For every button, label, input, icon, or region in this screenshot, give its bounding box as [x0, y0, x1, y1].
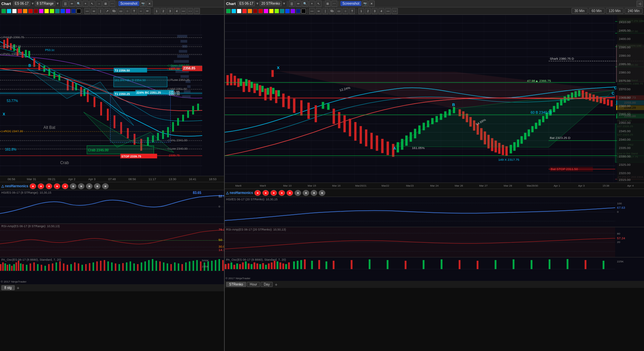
right-tab-strenk[interactable]: STRenko	[226, 282, 246, 287]
right-collapse-btn[interactable]: ◁	[637, 1, 643, 7]
tf-30min[interactable]: 30 Min	[572, 8, 588, 14]
color-yellow[interactable]	[44, 9, 49, 13]
color-lime[interactable]	[50, 9, 54, 13]
right-symbol-selector[interactable]: ES 06-17	[238, 1, 255, 6]
right-fib-tool[interactable]: fib	[329, 8, 335, 14]
tf-60min[interactable]: 60 Min	[589, 8, 605, 14]
right-num3[interactable]: 3	[372, 8, 378, 14]
left-grid-icon[interactable]: ⊞	[103, 1, 109, 7]
color-white[interactable]	[12, 9, 17, 13]
rcolor-lime[interactable]	[274, 9, 279, 13]
left-range-selector[interactable]: 8 STRange	[35, 1, 55, 6]
neo-btn-4[interactable]: ●	[54, 183, 60, 189]
right-close-icon[interactable]: ✕	[369, 1, 375, 7]
rneo-btn-1[interactable]: ●	[254, 190, 261, 196]
right-num1[interactable]: 1	[358, 8, 364, 14]
neo-btn-3[interactable]: ●	[46, 183, 52, 189]
rcolor-white[interactable]	[237, 9, 241, 13]
right-cursor-icon[interactable]: ↖	[316, 1, 322, 7]
left-rect-tool[interactable]: ▭	[118, 8, 124, 14]
color-cyan[interactable]	[7, 9, 11, 13]
rcolor-teal[interactable]	[280, 9, 284, 13]
neo-btn-8[interactable]: ■	[86, 183, 93, 189]
color-red[interactable]	[17, 9, 22, 13]
right-magnifier-icon[interactable]: 🔍	[302, 1, 308, 7]
right-num2[interactable]: 2	[365, 8, 371, 14]
right-bars-icon[interactable]: |||	[289, 1, 295, 7]
left-circle-tool[interactable]: ○	[124, 8, 130, 14]
right-more-icon[interactable]: ⋯	[331, 1, 337, 7]
left-more-icon[interactable]: ⋯	[109, 1, 115, 7]
right-text-tool[interactable]: T	[349, 8, 355, 14]
right-pencil-icon[interactable]: ✏	[296, 1, 302, 7]
right-dash1[interactable]: —	[385, 8, 391, 14]
neo-btn-6[interactable]: ■	[70, 183, 76, 189]
color-orange[interactable]	[23, 9, 28, 13]
rneo-btn-4[interactable]: ●	[278, 190, 285, 196]
right-vline-tool[interactable]: |	[322, 8, 328, 14]
right-tab-day[interactable]: Day	[261, 282, 273, 287]
left-bars-icon[interactable]: |||	[62, 1, 68, 7]
right-plus-icon[interactable]: +	[309, 1, 315, 7]
tf-120min[interactable]: 120 Min	[606, 8, 624, 14]
left-pencil-icon[interactable]: ✏	[69, 1, 75, 7]
rcolor-orange[interactable]	[248, 9, 252, 13]
left-num4[interactable]: 4	[174, 8, 180, 14]
neo-btn-5[interactable]: ●	[62, 183, 68, 189]
tf-240min[interactable]: 240 Min	[625, 8, 643, 14]
left-magnifier-icon[interactable]: 🔍	[76, 1, 82, 7]
rcolor-green[interactable]	[226, 9, 231, 13]
left-pencil-draw[interactable]: ✏	[145, 8, 151, 14]
left-arrow-icon[interactable]: →	[96, 1, 102, 7]
right-num4[interactable]: 4	[378, 8, 384, 14]
rcolor-yellow[interactable]	[269, 9, 274, 13]
right-screenshot-btn[interactable]: Screenshot	[340, 1, 362, 6]
neo-btn-7[interactable]: ■	[78, 183, 85, 189]
rcolor-darkred[interactable]	[253, 9, 258, 13]
neo-btn-10[interactable]: ■	[102, 183, 109, 189]
color-navy[interactable]	[71, 9, 76, 13]
rneo-btn-8[interactable]: ■	[311, 190, 317, 196]
right-cam-icon[interactable]: 📷	[362, 1, 368, 7]
left-vline-tool[interactable]: |	[98, 8, 104, 14]
color-red2[interactable]	[28, 9, 33, 13]
left-cursor-icon[interactable]: ↖	[89, 1, 95, 7]
rcolor-purple[interactable]	[290, 9, 295, 13]
left-ray-tool[interactable]: ↗	[104, 8, 110, 14]
neo-btn-9[interactable]: ■	[94, 183, 101, 189]
rneo-btn-3[interactable]: ●	[270, 190, 277, 196]
color-black[interactable]	[76, 9, 81, 13]
rcolor-cyan[interactable]	[231, 9, 236, 13]
rcolor-magenta[interactable]	[264, 9, 268, 13]
right-dash2[interactable]: - -	[392, 8, 398, 14]
color-darkred[interactable]	[34, 9, 38, 13]
color-purple[interactable]	[66, 9, 70, 13]
right-grid-icon[interactable]: ⊞	[325, 1, 331, 7]
left-num1[interactable]: 1	[154, 8, 160, 14]
left-plus-icon[interactable]: +	[83, 1, 89, 7]
color-green[interactable]	[1, 9, 6, 13]
rcolor-black[interactable]	[301, 9, 306, 13]
left-num2[interactable]: 2	[160, 8, 166, 14]
color-blue[interactable]	[60, 9, 65, 13]
left-screenshot-btn[interactable]: Screenshot	[118, 1, 140, 6]
left-fib-tool[interactable]: fib	[111, 8, 117, 14]
rneo-btn-5[interactable]: ●	[286, 190, 293, 196]
left-hline-tool[interactable]: ═	[91, 8, 97, 14]
rneo-btn-9[interactable]: ■	[319, 190, 325, 196]
rcolor-blue[interactable]	[285, 9, 290, 13]
right-range-selector[interactable]: 20 STRenko	[260, 1, 282, 6]
right-rect-tool[interactable]: ▭	[336, 8, 342, 14]
right-hline-tool[interactable]: ═	[316, 8, 322, 14]
left-tab-add[interactable]: +	[15, 285, 21, 291]
neo-btn-1[interactable]: ●	[30, 183, 36, 189]
right-circle-tool[interactable]: ○	[342, 8, 348, 14]
left-text-tool[interactable]: T	[131, 8, 137, 14]
rneo-btn-7[interactable]: ■	[303, 190, 309, 196]
left-num3[interactable]: 3	[167, 8, 173, 14]
left-dash3[interactable]: ···	[194, 8, 200, 14]
neo-btn-2[interactable]: ●	[38, 183, 44, 189]
color-teal[interactable]	[55, 9, 60, 13]
collapse-icon[interactable]: ◁	[637, 1, 643, 7]
color-magenta[interactable]	[39, 9, 44, 13]
